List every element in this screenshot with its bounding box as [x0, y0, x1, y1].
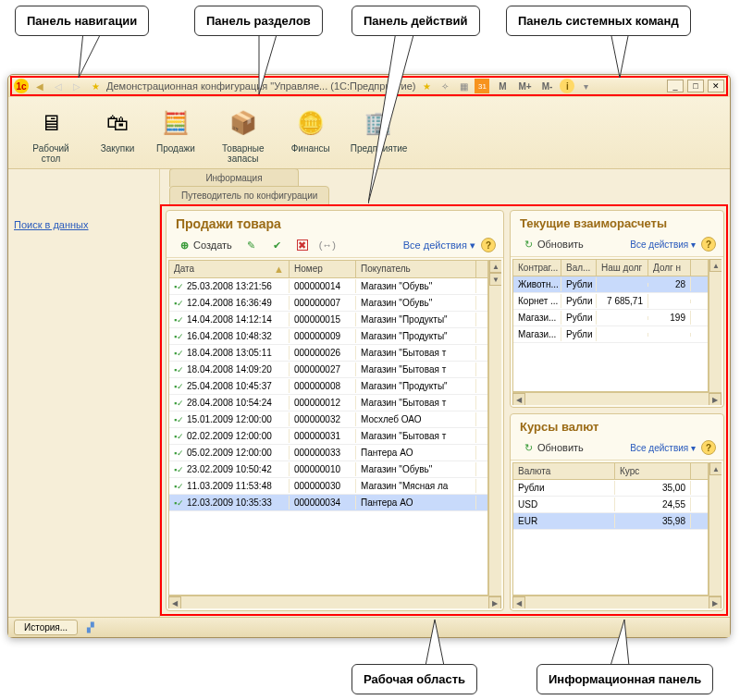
sales-grid-body[interactable]: ▪✓25.03.2008 13:21:56000000014Магазин "О… — [168, 278, 488, 596]
scrollbar-horizontal[interactable]: ◀▶ — [512, 392, 722, 405]
history-button[interactable]: История... — [14, 620, 78, 635]
table-row[interactable]: ▪✓28.04.2008 10:54:24000000012Магазин "Б… — [169, 395, 487, 411]
star-icon[interactable]: ★ — [88, 79, 103, 93]
col-header[interactable]: Номер — [290, 261, 356, 277]
nav-first-icon[interactable]: ◁ — [51, 79, 66, 93]
table-row[interactable]: ▪✓14.04.2008 14:12:14000000015Магазин "П… — [169, 312, 487, 328]
table-row[interactable]: ▪✓12.03.2009 10:35:33000000034Пантера АО — [169, 495, 487, 511]
callout-sections: Панель разделов — [194, 6, 323, 36]
doc-icon: ▪✓ — [174, 365, 187, 375]
edit-icon: ✎ — [245, 239, 258, 252]
table-row[interactable]: Животн...Рубли28 — [513, 276, 708, 293]
titlebar: 1c ◀ ◁ ▷ ★ Демонстрационная конфигурация… — [8, 75, 730, 97]
section-2[interactable]: 🧮Продажи — [154, 103, 197, 155]
table-row[interactable]: ▪✓12.04.2008 16:36:49000000007Магазин "О… — [169, 295, 487, 312]
col-header[interactable]: Долг н — [648, 260, 691, 276]
doc-icon: ▪✓ — [174, 282, 187, 291]
table-row[interactable]: ▪✓23.02.2009 10:50:42000000010Магазин "О… — [169, 461, 487, 478]
edit-button[interactable]: ✎ — [241, 237, 262, 253]
mem-mplus-button[interactable]: M+ — [515, 79, 534, 93]
back-icon[interactable]: ◀ — [32, 79, 47, 93]
scroll-up-icon[interactable]: ▲ — [489, 260, 501, 273]
calc-icon[interactable]: ▦ — [456, 79, 471, 93]
col-header[interactable]: Дата ▲ — [169, 261, 290, 277]
mark-button[interactable]: ✔ — [267, 237, 288, 253]
scrollbar-horizontal[interactable]: ◀▶ — [512, 596, 722, 608]
table-row[interactable]: Корнет ...Рубли7 685,71 — [513, 293, 708, 310]
table-row[interactable]: EUR35,98 — [513, 513, 708, 530]
table-row[interactable]: ▪✓25.03.2008 13:21:56000000014Магазин "О… — [169, 278, 487, 295]
section-0[interactable]: 🖥Рабочий стол — [21, 103, 80, 166]
scrollbar-horizontal[interactable]: ◀ ▶ — [168, 596, 501, 608]
table-row[interactable]: ▪✓25.04.2008 10:45:37000000008Магазин "П… — [169, 378, 487, 395]
scrollbar-vertical[interactable]: ▲ — [709, 462, 722, 596]
col-header[interactable]: Валюта — [513, 463, 615, 479]
help-icon[interactable]: ? — [701, 237, 716, 252]
section-4[interactable]: 🪙Финансы — [290, 103, 332, 155]
section-5[interactable]: 🏢Предприятие — [349, 103, 408, 155]
add-fav-icon[interactable]: ✧ — [438, 79, 452, 93]
doc-icon: ▪✓ — [174, 498, 187, 508]
all-actions-button[interactable]: Все действия ▾ — [630, 443, 696, 453]
section-label: Рабочий стол — [23, 143, 79, 164]
settlements-panel: Текущие взаиморасчеты ↻Обновить Все дейс… — [510, 210, 724, 408]
maximize-button[interactable]: □ — [687, 80, 704, 92]
help-icon[interactable]: ? — [481, 238, 496, 252]
swap-button[interactable]: (↔) — [317, 237, 338, 253]
rates-grid-body[interactable]: Рубли35,00USD24,55EUR35,98 — [512, 480, 709, 596]
settlements-title: Текущие взаиморасчеты — [511, 211, 723, 232]
col-header[interactable]: Курс — [615, 463, 691, 479]
section-3[interactable]: 📦Товарные запасы — [214, 103, 273, 166]
refresh-icon: ↻ — [522, 441, 535, 454]
table-row[interactable]: Магази...Рубли — [513, 326, 708, 343]
sales-grid: Дата ▲НомерПокупатель ▪✓25.03.2008 13:21… — [168, 260, 501, 608]
close-button[interactable]: ✕ — [708, 80, 724, 92]
swap-icon: (↔) — [321, 239, 334, 252]
refresh-button[interactable]: ↻Обновить — [518, 236, 587, 252]
table-row[interactable]: Магази...Рубли199 — [513, 310, 708, 326]
col-header[interactable]: Вал... — [561, 260, 597, 276]
mem-m-button[interactable]: M — [493, 79, 512, 93]
col-header[interactable]: Контраг... — [513, 260, 561, 276]
table-row[interactable]: ▪✓16.04.2008 10:48:32000000009Магазин "П… — [169, 328, 487, 345]
search-data-link[interactable]: Поиск в данных — [14, 219, 89, 230]
settlements-grid-body[interactable]: Животн...Рубли28Корнет ...Рубли7 685,71М… — [512, 276, 709, 392]
table-row[interactable]: USD24,55 — [513, 497, 708, 513]
all-actions-button[interactable]: Все действия ▾ — [403, 239, 475, 252]
scroll-down-icon[interactable]: ▼ — [489, 273, 501, 286]
callout-syscmd: Панель системных команд — [506, 6, 691, 36]
help-icon[interactable]: ? — [701, 440, 716, 455]
status-icon[interactable]: ▞ — [83, 620, 98, 635]
delete-button[interactable]: ✖ — [293, 238, 312, 252]
refresh-button[interactable]: ↻Обновить — [518, 439, 587, 456]
create-button[interactable]: ⊕Создать — [174, 237, 236, 253]
table-row[interactable]: ▪✓11.03.2009 11:53:48000000030Магазин "М… — [169, 478, 487, 495]
dropdown-icon[interactable]: ▾ — [578, 79, 593, 93]
table-row[interactable]: ▪✓02.02.2009 12:00:00000000031Магазин "Б… — [169, 428, 487, 445]
status-bar: История... ▞ — [8, 617, 730, 637]
action-tab-guide[interactable]: Путеводитель по конфигурации — [169, 186, 329, 205]
info-icon[interactable]: i — [560, 79, 574, 93]
col-header[interactable]: Наш долг — [597, 260, 648, 276]
minimize-button[interactable]: _ — [667, 80, 684, 92]
scroll-right-icon[interactable]: ▶ — [488, 596, 501, 608]
mem-mminus-button[interactable]: M- — [537, 79, 556, 93]
action-tab-info[interactable]: Информация — [169, 168, 299, 187]
doc-icon: ▪✓ — [174, 482, 187, 491]
col-header[interactable]: Покупатель — [356, 261, 476, 277]
fav-icon[interactable]: ★ — [419, 79, 434, 93]
table-row[interactable]: ▪✓05.02.2009 12:00:00000000033Пантера АО — [169, 445, 487, 461]
table-row[interactable]: ▪✓15.01.2009 12:00:00000000032Мосхлеб ОА… — [169, 411, 487, 428]
section-1[interactable]: 🛍Закупки — [97, 103, 138, 155]
calendar-icon[interactable]: 31 — [475, 79, 489, 93]
doc-icon: ▪✓ — [174, 382, 187, 391]
table-row[interactable]: ▪✓18.04.2008 13:05:11000000026Магазин "Б… — [169, 345, 487, 362]
table-row[interactable]: ▪✓18.04.2008 14:09:20000000027Магазин "Б… — [169, 362, 487, 378]
table-row[interactable]: Рубли35,00 — [513, 480, 708, 497]
scrollbar-vertical[interactable]: ▲ — [709, 259, 722, 392]
section-label: Предприятие — [351, 143, 406, 154]
all-actions-button[interactable]: Все действия ▾ — [630, 239, 696, 250]
scrollbar-vertical[interactable]: ▲ ▼ — [488, 260, 501, 596]
scroll-left-icon[interactable]: ◀ — [168, 596, 181, 608]
nav-last-icon[interactable]: ▷ — [69, 79, 84, 93]
